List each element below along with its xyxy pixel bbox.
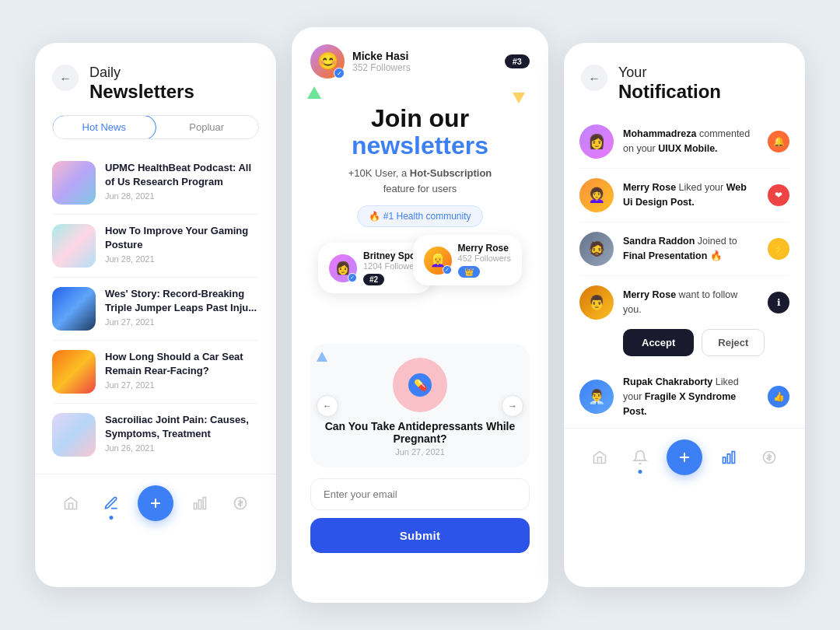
- svg-rect-1: [198, 500, 201, 509]
- middle-card: 😊 ✓ Micke Hasi 352 Followers #3 Join our…: [292, 27, 548, 603]
- notif-item[interactable]: 👨 Merry Rose want to follow you. ℹ: [579, 276, 789, 329]
- news-item[interactable]: How To Improve Your Gaming Posture Jun 2…: [52, 215, 259, 278]
- tab-group: Hot News Popluar: [52, 115, 259, 139]
- nav-home-icon[interactable]: [57, 489, 85, 517]
- reject-button[interactable]: Reject: [702, 329, 765, 356]
- news-title: UPMC HealthBeat Podcast: All of Us Resea…: [105, 161, 259, 188]
- hero-sub-text: +10K User, a Hot-Subscriptionfeature for…: [313, 166, 527, 196]
- notif-text: Sandra Raddon Joined to Final Presentati…: [623, 234, 758, 264]
- news-date: Jun 26, 2021: [105, 443, 259, 453]
- notif-item[interactable]: 👨‍💼 Rupak Chakraborty Liked your Fragile…: [579, 366, 789, 428]
- nav-fab-button[interactable]: [667, 439, 702, 475]
- news-date: Jun 28, 2021: [105, 254, 259, 264]
- news-item[interactable]: Sacroiliac Joint Pain: Causes, Symptoms,…: [52, 404, 259, 466]
- nav-home-icon[interactable]: [586, 443, 614, 471]
- right-card: ← Your Notification 👩 Mohammadreza comme…: [564, 43, 805, 587]
- nav-chart-icon[interactable]: [715, 443, 743, 471]
- profile-name: Micke Hasi: [352, 50, 411, 62]
- notif-target: UIUX Mobile.: [658, 143, 717, 154]
- news-title: How To Improve Your Gaming Posture: [105, 224, 259, 251]
- right-back-button[interactable]: ←: [581, 65, 607, 91]
- nav-fab-button[interactable]: [138, 485, 173, 521]
- news-date: Jun 28, 2021: [105, 191, 259, 201]
- notif-icon-info: ℹ: [768, 292, 789, 313]
- float-followers-right: 452 Followers: [458, 254, 511, 263]
- news-item[interactable]: UPMC HealthBeat Podcast: All of Us Resea…: [52, 152, 259, 215]
- notif-name: Merry Rose: [623, 289, 676, 300]
- hero-section: Join our newsletters +10K User, a Hot-Su…: [292, 79, 548, 235]
- notif-name: Merry Rose: [623, 182, 676, 193]
- carousel-image: 💊: [393, 358, 447, 412]
- deco-triangle-green-icon: [307, 86, 321, 99]
- right-title-main: Notification: [618, 81, 721, 103]
- notif-item[interactable]: 🧔 Sandra Raddon Joined to Final Presenta…: [579, 222, 789, 276]
- notif-text: Merry Rose Liked your Web Ui Design Post…: [623, 180, 758, 210]
- news-item[interactable]: Wes' Story: Record-Breaking Triple Jumpe…: [52, 278, 259, 341]
- news-list: UPMC HealthBeat Podcast: All of Us Resea…: [35, 152, 276, 474]
- tab-popular[interactable]: Popluar: [156, 116, 259, 138]
- notification-list: 👩 Mohammadreza commented on your UIUX Mo…: [564, 115, 805, 329]
- news-thumbnail: [52, 413, 96, 457]
- news-thumbnail: [52, 161, 96, 205]
- nav-dollar-icon[interactable]: [226, 489, 254, 517]
- nav-bell-icon[interactable]: [626, 443, 654, 471]
- title-subtitle: Daily: [89, 65, 194, 81]
- news-title: Sacroiliac Joint Pain: Causes, Symptoms,…: [105, 413, 259, 440]
- floating-profiles: 👩 ✓ Britney Spo 1204 Followers #2 👱‍♀️ ✓…: [310, 235, 530, 336]
- float-name-right: Merry Rose: [458, 243, 511, 254]
- news-item[interactable]: How Long Should a Car Seat Remain Rear-F…: [52, 341, 259, 404]
- right-bottom-nav: [564, 428, 805, 489]
- left-card: ← Daily Newsletters Hot News Popluar UPM…: [35, 43, 276, 587]
- notif-item[interactable]: 👩‍🦱 Merry Rose Liked your Web Ui Design …: [579, 169, 789, 222]
- news-thumbnail: [52, 350, 96, 394]
- news-date: Jun 27, 2021: [105, 380, 259, 390]
- app-container: ← Daily Newsletters Hot News Popluar UPM…: [4, 4, 836, 626]
- carousel-inner-icon: 💊: [408, 373, 432, 397]
- submit-button[interactable]: Submit: [310, 518, 530, 553]
- bottom-nav: [35, 474, 276, 535]
- left-header: ← Daily Newsletters: [35, 43, 276, 115]
- news-thumbnail: [52, 224, 96, 268]
- news-thumbnail: [52, 287, 96, 331]
- news-date: Jun 27, 2021: [105, 317, 259, 327]
- float-rank-right: 👑: [458, 266, 480, 278]
- carousel-date: Jun 27, 2021: [323, 447, 517, 457]
- notif-icon-lightning: ⚡: [768, 238, 789, 260]
- verified-badge: ✓: [348, 273, 357, 282]
- back-button[interactable]: ←: [52, 65, 79, 91]
- notif-item[interactable]: 👩 Mohammadreza commented on your UIUX Mo…: [579, 115, 789, 169]
- notif-name: Rupak Chakraborty: [623, 376, 712, 387]
- notif-text: Rupak Chakraborty Liked your Fragile X S…: [623, 375, 758, 418]
- notif-avatar: 🧔: [579, 232, 614, 266]
- carousel-next-button[interactable]: →: [502, 395, 523, 417]
- svg-rect-4: [723, 457, 726, 464]
- accept-button[interactable]: Accept: [623, 329, 694, 356]
- notif-name: Mohammadreza: [623, 128, 696, 139]
- email-input[interactable]: [310, 478, 530, 510]
- nav-chart-icon[interactable]: [186, 489, 214, 517]
- notif-avatar: 👨‍💼: [579, 380, 614, 414]
- nav-pen-icon[interactable]: [97, 489, 125, 517]
- notif-avatar: 👩: [579, 124, 614, 159]
- rank-badge: #3: [505, 54, 530, 68]
- carousel-section: 💊 Can You Take Antidepressants While Pre…: [310, 344, 530, 467]
- title-main: Newsletters: [89, 81, 194, 103]
- profile-info: Micke Hasi 352 Followers: [352, 50, 411, 73]
- float-rank-left: #2: [363, 274, 384, 285]
- carousel-prev-button[interactable]: ←: [317, 395, 338, 417]
- svg-rect-2: [203, 498, 205, 509]
- avatar-wrap: 😊 ✓: [310, 44, 345, 79]
- header-text: Daily Newsletters: [89, 65, 194, 103]
- notif-name: Sandra Raddon: [623, 236, 695, 247]
- tab-hot-news[interactable]: Hot News: [52, 115, 156, 139]
- nav-dollar-icon[interactable]: [755, 443, 783, 471]
- notif-icon-bell: 🔔: [768, 131, 789, 152]
- notif-icon-heart: ❤: [768, 184, 789, 206]
- float-profile-right[interactable]: 👱‍♀️ ✓ Merry Rose 452 Followers 👑: [413, 235, 522, 285]
- email-form: Submit: [292, 467, 548, 569]
- deco-triangle-blue-icon: [317, 352, 327, 362]
- notif-target: Final Presentation 🔥: [623, 250, 723, 261]
- notif-text: Mohammadreza commented on your UIUX Mobi…: [623, 127, 758, 156]
- follow-actions: Accept Reject: [607, 329, 805, 366]
- hero-newsletters-text: newsletters: [313, 132, 527, 159]
